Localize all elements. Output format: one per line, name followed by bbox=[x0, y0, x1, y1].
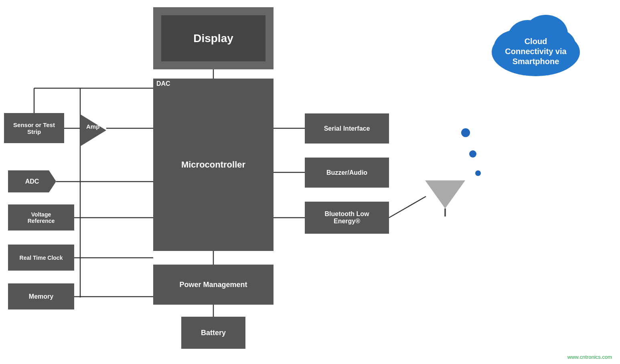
cloud-shape: Cloud Connectivity via Smartphone bbox=[484, 8, 588, 78]
serial-block: Serial Interface bbox=[305, 113, 389, 144]
memory-label: Memory bbox=[29, 293, 53, 300]
rtc-label: Real Time Clock bbox=[20, 255, 63, 261]
sensor-label: Sensor or TestStrip bbox=[13, 121, 55, 135]
rtc-block: Real Time Clock bbox=[8, 245, 74, 271]
display-block: Display bbox=[161, 15, 265, 61]
memory-block: Memory bbox=[8, 283, 74, 309]
mcu-label: Microcontroller bbox=[181, 160, 245, 170]
amp-triangle bbox=[80, 114, 106, 146]
adc-label: ADC bbox=[25, 178, 39, 185]
voltage-block: VoltageReference bbox=[8, 204, 74, 231]
mcu-block: Microcontroller bbox=[153, 79, 274, 251]
ble-block: Bluetooth LowEnergy® bbox=[305, 202, 389, 234]
antenna-stem bbox=[444, 208, 446, 216]
power-block: Power Management bbox=[153, 265, 274, 305]
ble-label: Bluetooth LowEnergy® bbox=[324, 210, 369, 225]
antenna bbox=[425, 180, 465, 216]
svg-text:Cloud: Cloud bbox=[525, 37, 547, 46]
signal-dot-2 bbox=[469, 150, 476, 158]
dac-label: DAC bbox=[156, 80, 170, 87]
svg-text:Connectivity via: Connectivity via bbox=[505, 47, 567, 56]
battery-label: Battery bbox=[201, 329, 226, 337]
amp-label: Amp bbox=[86, 123, 99, 130]
antenna-triangle bbox=[425, 180, 465, 208]
display-outer-box: Display bbox=[153, 7, 274, 69]
serial-label: Serial Interface bbox=[324, 125, 370, 132]
battery-block: Battery bbox=[181, 317, 245, 349]
adc-block: ADC bbox=[8, 170, 56, 192]
svg-line-6 bbox=[389, 196, 426, 218]
display-label: Display bbox=[193, 32, 233, 45]
signal-dot-1 bbox=[461, 128, 470, 137]
buzzer-block: Buzzer/Audio bbox=[305, 158, 389, 188]
power-label: Power Management bbox=[179, 281, 247, 289]
voltage-label: VoltageReference bbox=[28, 211, 55, 224]
sensor-block: Sensor or TestStrip bbox=[4, 113, 64, 143]
buzzer-label: Buzzer/Audio bbox=[326, 169, 367, 176]
diagram-container: Display Microcontroller DAC Power Manage… bbox=[0, 0, 620, 364]
signal-dot-3 bbox=[475, 170, 481, 176]
watermark: www.cntronics.com bbox=[567, 354, 612, 360]
svg-text:Smartphone: Smartphone bbox=[513, 57, 559, 66]
